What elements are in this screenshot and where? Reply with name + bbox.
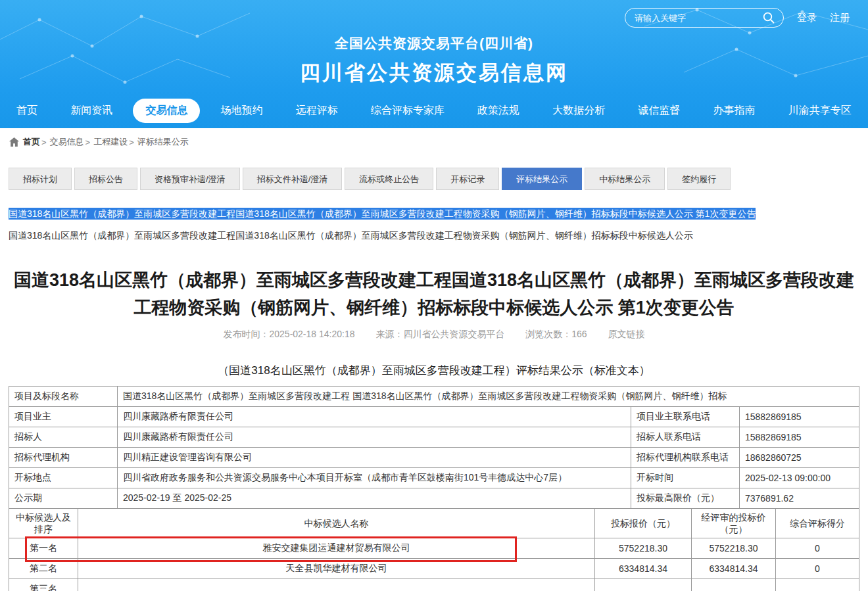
search-icon[interactable]	[762, 11, 775, 24]
view-count: 浏览次数：166	[525, 329, 587, 339]
breadcrumb-item-trade-info[interactable]: 交易信息	[50, 136, 84, 148]
row-value: 15882869185	[739, 427, 859, 447]
candidates-table: 中标候选人及排序 中标候选人名称 投标报价（元） 经评审的投标价（元） 综合评标…	[9, 508, 859, 591]
home-icon[interactable]	[9, 137, 19, 147]
view-count-label: 浏览次数：	[525, 329, 571, 339]
platform-title: 全国公共资源交易平台(四川省)	[0, 34, 868, 53]
table-row-opening-place: 开标地点 四川省政府政务服务和公共资源交易服务中心本项目开标室（成都市青羊区鼓楼…	[9, 467, 859, 488]
candidate-score	[776, 579, 859, 591]
category-tabbar: 招标计划 招标公告 资格预审补遗/澄清 招标文件补遗/澄清 流标或终止公告 开标…	[0, 156, 868, 190]
tab-bid-opening-record[interactable]: 开标记录	[436, 168, 499, 190]
row-label: 开标地点	[9, 467, 118, 488]
nav-item-news[interactable]: 新闻资讯	[58, 99, 125, 123]
candidate-row-second: 第二名 天全县凯华建材有限公司 6334814.34 6334814.34 0	[9, 558, 859, 579]
nav-item-venue-booking[interactable]: 场地预约	[208, 99, 276, 123]
original-link[interactable]: 原文链接	[608, 329, 645, 339]
nav-item-trade-info[interactable]: 交易信息	[133, 99, 200, 123]
candidate-name	[78, 579, 595, 591]
nav-item-home[interactable]: 首页	[4, 99, 50, 123]
register-link[interactable]: 注册	[830, 12, 850, 24]
breadcrumb-item-engineering[interactable]: 工程建设	[93, 136, 128, 148]
tab-award-result[interactable]: 中标结果公示	[585, 168, 665, 190]
article-title: 国道318名山区黑竹（成都界）至雨城区多营段改建工程国道318名山区黑竹（成都界…	[8, 267, 860, 322]
nav-item-expert-pool[interactable]: 综合评标专家库	[358, 99, 457, 123]
list-item-selected[interactable]: 国道318名山区黑竹（成都界）至雨城区多营段改建工程国道318名山区黑竹（成都界…	[9, 208, 756, 220]
candidate-row-third: 第三名	[9, 579, 859, 591]
row-value: 18682860725	[739, 447, 859, 467]
row-label: 招标人	[9, 427, 118, 447]
tab-bidding-announcement[interactable]: 招标公告	[74, 168, 137, 190]
header-topbar: 登录 注册	[625, 8, 850, 28]
result-subtitle: （国道318名山区黑竹（成都界）至雨城区多营段改建工程）评标结果公示（标准文本）	[0, 363, 868, 378]
result-table-wrap: 项目及标段名称 国道318名山区黑竹（成都界）至雨城区多营段改建工程 国道318…	[9, 386, 859, 591]
breadcrumb-separator: >	[41, 137, 47, 147]
candidates-header-row: 中标候选人及排序 中标候选人名称 投标报价（元） 经评审的投标价（元） 综合评标…	[9, 508, 859, 538]
row-label: 招标代理机构联系电话	[631, 447, 739, 467]
table-row-publicity-period: 公示期 2025-02-19 至 2025-02-25 投标最高限价（元） 73…	[9, 488, 859, 508]
publish-time: 发布时间：2025-02-18 14:20:18	[223, 329, 354, 339]
list-item[interactable]: 国道318名山区黑竹（成都界）至雨城区多营段改建工程国道318名山区黑竹（成都界…	[9, 229, 859, 242]
candidate-reviewed-price	[692, 579, 776, 591]
list-line-selected: 国道318名山区黑竹（成都界）至雨城区多营段改建工程国道318名山区黑竹（成都界…	[9, 207, 859, 220]
candidate-rank: 第三名	[9, 579, 78, 591]
candidate-name: 天全县凯华建材有限公司	[78, 558, 595, 579]
candidate-bid-price: 5752218.30	[595, 538, 692, 558]
candidate-score: 0	[776, 538, 859, 558]
login-link[interactable]: 登录	[797, 12, 817, 24]
tab-contract-performance[interactable]: 签约履行	[667, 168, 731, 190]
row-label: 投标最高限价（元）	[631, 488, 739, 508]
candidate-bid-price: 6334814.34	[595, 558, 692, 579]
nav-item-policy-laws[interactable]: 政策法规	[465, 99, 532, 123]
publish-time-label: 发布时间：	[223, 329, 269, 339]
row-value: 2025-02-13 09:00:00	[739, 467, 859, 488]
row-value: 四川康藏路桥有限责任公司	[118, 406, 631, 427]
breadcrumb-separator: >	[85, 137, 91, 147]
row-value: 15882869185	[739, 406, 859, 427]
search-box[interactable]	[625, 8, 784, 28]
nav-item-service-guide[interactable]: 办事指南	[701, 99, 768, 123]
article: 国道318名山区黑竹（成都界）至雨城区多营段改建工程国道318名山区黑竹（成都界…	[0, 267, 868, 591]
row-label: 招标人联系电话	[631, 427, 739, 447]
source: 来源：四川省公共资源交易平台	[375, 329, 504, 339]
nav-item-big-data[interactable]: 大数据分析	[540, 99, 617, 123]
breadcrumb-item-evaluation-result[interactable]: 评标结果公示	[137, 136, 189, 148]
row-value: 四川精正建设管理咨询有限公司	[118, 447, 631, 467]
row-label: 项目业主	[9, 406, 118, 427]
table-row-owner: 项目业主 四川康藏路桥有限责任公司 项目业主联系电话 15882869185	[9, 406, 859, 427]
column-header-score: 综合评标得分	[776, 508, 859, 538]
candidate-rank: 第一名	[9, 538, 78, 558]
tab-evaluation-result[interactable]: 评标结果公示	[502, 168, 582, 190]
tab-failed-or-terminated[interactable]: 流标或终止公告	[345, 168, 433, 190]
breadcrumb: 首页 > 交易信息 > 工程建设 > 评标结果公示	[0, 128, 868, 156]
publish-time-value: 2025-02-18 14:20:18	[269, 329, 354, 339]
source-value: 四川省公共资源交易平台	[403, 329, 504, 339]
article-meta: 发布时间：2025-02-18 14:20:18 来源：四川省公共资源交易平台 …	[0, 329, 868, 341]
tab-document-supplement[interactable]: 招标文件补遗/澄清	[243, 168, 343, 190]
row-value: 四川省政府政务服务和公共资源交易服务中心本项目开标室（成都市青羊区鼓楼南街101…	[118, 467, 631, 488]
candidate-bid-price	[595, 579, 692, 591]
nav-item-remote-evaluation[interactable]: 远程评标	[283, 99, 350, 123]
row-value: 四川康藏路桥有限责任公司	[118, 427, 631, 447]
page: 登录 注册 全国公共资源交易平台(四川省) 四川省公共资源交易信息网 首页 新闻…	[0, 0, 868, 591]
candidate-name: 雅安交建集团运通建材贸易有限公司	[78, 538, 595, 558]
candidate-score: 0	[776, 558, 859, 579]
nav-item-integrity-supervision[interactable]: 诚信监督	[625, 99, 692, 123]
row-label: 招标代理机构	[9, 447, 118, 467]
column-header-name: 中标候选人名称	[78, 508, 595, 538]
tab-bidding-plan[interactable]: 招标计划	[9, 168, 72, 190]
search-input[interactable]	[633, 12, 762, 24]
column-header-reviewed-price: 经评审的投标价（元）	[692, 508, 776, 538]
source-label: 来源：	[375, 329, 403, 339]
column-header-bid-price: 投标报价（元）	[595, 508, 692, 538]
tab-prequalification-supplement[interactable]: 资格预审补遗/澄清	[140, 168, 240, 190]
nav-item-chuanyu-shared-zone[interactable]: 川渝共享专区	[776, 99, 864, 123]
row-label: 项目业主联系电话	[631, 406, 739, 427]
site-title: 四川省公共资源交易信息网	[0, 59, 868, 87]
column-header-rank: 中标候选人及排序	[9, 508, 78, 538]
main-nav: 首页 新闻资讯 交易信息 场地预约 远程评标 综合评标专家库 政策法规 大数据分…	[0, 99, 868, 123]
row-label: 开标时间	[631, 467, 739, 488]
row-value: 2025-02-19 至 2025-02-25	[118, 488, 631, 508]
announcement-list: 国道318名山区黑竹（成都界）至雨城区多营段改建工程国道318名山区黑竹（成都界…	[9, 207, 859, 242]
candidate-rank: 第二名	[9, 558, 78, 579]
breadcrumb-home[interactable]: 首页	[23, 136, 40, 148]
